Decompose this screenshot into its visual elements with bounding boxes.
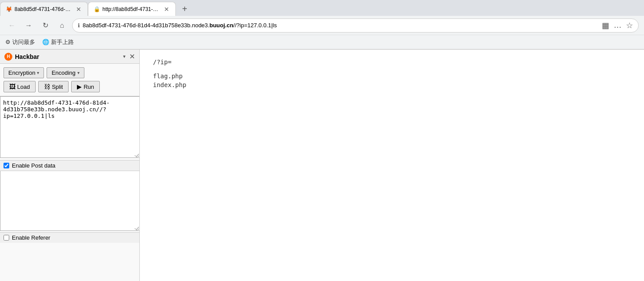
globe-icon: 🌐 <box>42 39 49 45</box>
encoding-label: Encoding <box>51 69 75 76</box>
run-button[interactable]: ▶ Run <box>71 81 100 92</box>
split-icon: ⛓ <box>44 83 50 90</box>
split-button[interactable]: ⛓ Split <box>38 81 69 92</box>
reload-button[interactable]: ↻ <box>39 19 52 32</box>
page-content: /?ip= flag.php index.php <box>140 50 644 281</box>
encryption-arrow-icon: ▾ <box>37 70 39 75</box>
bookmark-newbie-label: 新手上路 <box>51 38 74 46</box>
url-prefix: 8ab8d5df-4731-476d-81d4-4d31b758e33b.nod… <box>83 22 209 29</box>
url-input[interactable]: http://8ab8d5df-4731-476d-81d4-4d31b758e… <box>0 96 140 158</box>
bookmark-star-icon[interactable]: ☆ <box>626 21 633 30</box>
url-textarea-wrapper: http://8ab8d5df-4731-476d-81d4-4d31b758e… <box>0 96 139 159</box>
tab-2-close[interactable]: ✕ <box>163 5 170 14</box>
post-data-section: Enable Post data <box>0 160 139 171</box>
bookmark-visits-label: 访问最多 <box>12 38 35 46</box>
new-tab-button[interactable]: + <box>178 2 192 16</box>
url-path: //?ip=127.0.0.1|ls <box>233 22 277 29</box>
encryption-dropdown[interactable]: Encryption ▾ <box>4 67 44 78</box>
tab-2-title: http://8ab8d5df-4731-476d-81d <box>102 6 160 12</box>
gear-icon: ⚙ <box>5 39 11 45</box>
url-domain: buuoj.cn <box>209 22 233 29</box>
tab-2[interactable]: 🔒 http://8ab8d5df-4731-476d-81d ✕ <box>88 2 176 16</box>
file-list: flag.php index.php <box>153 73 631 88</box>
home-button[interactable]: ⌂ <box>55 19 69 32</box>
file-item-flag: flag.php <box>153 73 631 80</box>
load-label: Load <box>17 84 30 90</box>
main-area: H Hackbar ▾ ✕ Encryption ▾ Encoding ▾ 🖼 <box>0 50 644 281</box>
split-label: Split <box>52 84 63 90</box>
enable-referer-checkbox[interactable] <box>4 235 9 241</box>
browser-chrome: 🦊 8ab8d5df-4731-476d-81d4-4d3 ✕ 🔒 http:/… <box>0 0 644 50</box>
post-input[interactable] <box>0 171 140 231</box>
encoding-dropdown[interactable]: Encoding ▾ <box>47 67 84 78</box>
page-path: /?ip= <box>153 58 631 66</box>
bookmarks-bar: ⚙ 访问最多 🌐 新手上路 <box>0 35 644 49</box>
file-item-index: index.php <box>153 81 631 88</box>
hackbar-controls: Encryption ▾ Encoding ▾ 🖼 Load ⛓ Split <box>0 64 139 96</box>
tab-1-title: 8ab8d5df-4731-476d-81d4-4d3 <box>15 6 73 12</box>
enable-referer-label: Enable Referer <box>12 234 50 241</box>
hackbar-header: H Hackbar ▾ ✕ <box>0 50 139 64</box>
bookmark-newbie[interactable]: 🌐 新手上路 <box>42 38 74 46</box>
encryption-label: Encryption <box>8 69 35 76</box>
load-button[interactable]: 🖼 Load <box>4 81 36 92</box>
info-icon: ℹ <box>78 22 80 29</box>
address-bar: ← → ↻ ⌂ ℹ 8ab8d5df-4731-476d-81d4-4d31b7… <box>0 16 644 35</box>
enable-post-label: Enable Post data <box>12 162 55 169</box>
encoding-arrow-icon: ▾ <box>77 70 80 75</box>
hackbar-action-row: 🖼 Load ⛓ Split ▶ Run <box>4 81 136 92</box>
run-icon: ▶ <box>77 83 82 90</box>
post-textarea-resize-handle[interactable]: ⤡ <box>134 227 138 231</box>
tab-1-favicon: 🦊 <box>6 6 12 12</box>
bookmark-visits[interactable]: ⚙ 访问最多 <box>5 38 35 46</box>
run-label: Run <box>84 84 94 90</box>
hackbar-dropdown-icon[interactable]: ▾ <box>123 54 126 59</box>
hackbar-dropdown-row: Encryption ▾ Encoding ▾ <box>4 67 136 78</box>
forward-button[interactable]: → <box>22 19 35 32</box>
url-textarea-resize-handle[interactable]: ⤡ <box>134 154 138 158</box>
enable-post-checkbox[interactable] <box>4 163 9 168</box>
back-button[interactable]: ← <box>5 19 18 32</box>
more-options-icon[interactable]: … <box>612 21 623 30</box>
hackbar-logo: H <box>4 53 12 61</box>
qr-icon[interactable]: ▦ <box>602 21 609 30</box>
referer-section: Enable Referer <box>0 232 139 243</box>
hackbar-sidebar: H Hackbar ▾ ✕ Encryption ▾ Encoding ▾ 🖼 <box>0 50 140 281</box>
hackbar-close-button[interactable]: ✕ <box>129 52 135 61</box>
tab-1[interactable]: 🦊 8ab8d5df-4731-476d-81d4-4d3 ✕ <box>0 2 88 16</box>
url-bar[interactable]: ℹ 8ab8d5df-4731-476d-81d4-4d31b758e33b.n… <box>72 18 639 33</box>
tab-bar: 🦊 8ab8d5df-4731-476d-81d4-4d3 ✕ 🔒 http:/… <box>0 0 644 16</box>
load-icon: 🖼 <box>9 83 15 90</box>
hackbar-title: Hackbar <box>15 53 123 60</box>
post-textarea-wrapper: ⤡ <box>0 171 139 232</box>
url-text: 8ab8d5df-4731-476d-81d4-4d31b758e33b.nod… <box>83 22 599 29</box>
tab-1-close[interactable]: ✕ <box>75 5 82 14</box>
tab-2-favicon: 🔒 <box>94 6 100 12</box>
